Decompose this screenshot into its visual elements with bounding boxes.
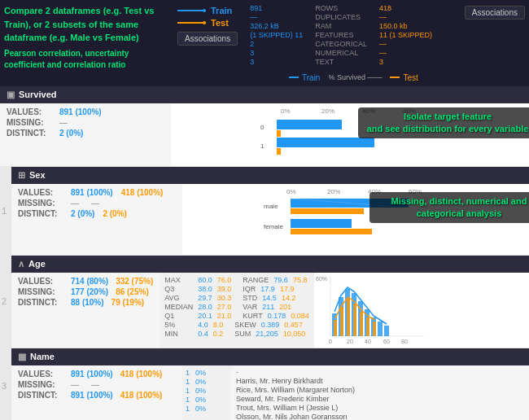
name-icon: ▦ (18, 352, 26, 362)
svg-text:0: 0 (329, 339, 332, 344)
stat-labels-group: ROWS DUPLICATES RAM FEATURES CATEGORICAL… (315, 4, 367, 66)
svg-text:60: 60 (383, 339, 390, 344)
test-legend: Test (177, 18, 229, 28)
svg-rect-16 (291, 208, 364, 214)
svg-text:20: 20 (347, 339, 353, 344)
test-label: Test (211, 18, 229, 28)
associations-button[interactable]: Associations (177, 32, 238, 46)
age-title: Age (28, 259, 46, 269)
survived-stats: VALUES: 891 (100%) MISSING: — DISTINCT: … (0, 103, 171, 166)
svg-rect-44 (373, 322, 376, 336)
legend-bar: Train % Survived —— Test (4, 73, 525, 82)
test-legend-bar: Test (390, 73, 418, 82)
survived-values-row: VALUES: 891 (100%) (7, 107, 164, 116)
top-row1: Compare 2 dataframes (e.g. Test vs Train… (4, 4, 525, 71)
name-title: Name (30, 352, 55, 361)
svg-text:60%: 60% (403, 107, 416, 115)
survived-chart: 0% 20% 40% 60% 0 1 (171, 103, 529, 166)
name-item-1: - (236, 368, 524, 376)
train-legend: Train (177, 6, 232, 15)
sex-header: ⊞ Sex (11, 167, 529, 184)
svg-rect-40 (347, 299, 350, 336)
rows-stat: 891 (250, 4, 303, 12)
name-number: 3 (2, 381, 7, 391)
survived-missing-row: MISSING: — (7, 118, 164, 127)
age-chart-svg: 60% 0 20 40 60 80 (314, 273, 428, 346)
svg-text:female: female (264, 223, 284, 230)
sex-icon: ⊞ (18, 170, 25, 181)
legend-area: Train Test Associations (177, 6, 238, 46)
sex-section: 1 ⊞ Sex VALUES: 891 (100%) 418 (100%) MI… (0, 167, 529, 255)
svg-rect-41 (353, 304, 356, 336)
name-body: VALUES: 891 (100%) 418 (100%) MISSING: —… (11, 365, 529, 421)
svg-text:0%: 0% (286, 188, 296, 195)
name-top-values: 1 0% 1 0% 1 0% 1 0% (182, 365, 231, 421)
test-legend-label: Test (403, 73, 418, 82)
compare-text: Compare 2 dataframes (e.g. Test vs Train… (4, 4, 167, 45)
name-section: 3 ▦ Name VALUES: 891 (100%) 418 (100%) M… (0, 348, 529, 421)
svg-rect-42 (360, 312, 363, 336)
test-line-icon (390, 77, 400, 78)
svg-text:0%: 0% (281, 107, 291, 115)
sex-title: Sex (29, 170, 46, 180)
survived-distinct-row: DISTINCT: 2 (0%) (7, 129, 164, 138)
sex-chart-svg: 0% 20% 40% 60% male female (182, 184, 529, 253)
pearson-text: Pearson correlation, uncertainty coeffic… (4, 48, 167, 71)
svg-rect-5 (277, 120, 342, 129)
name-value-3: Seward, Mr. Frederic Kimber (236, 395, 524, 403)
name-list: - Harris, Mr. Henry Birkhardt Rice, Mrs.… (231, 365, 529, 421)
svg-rect-38 (334, 320, 337, 336)
train-legend-label: Train (302, 73, 320, 82)
svg-text:0: 0 (260, 124, 264, 131)
age-header: ∧ Age (11, 256, 529, 273)
svg-rect-19 (291, 229, 372, 234)
survived-title: Survived (19, 90, 56, 99)
top-panel: Compare 2 dataframes (e.g. Test vs Train… (0, 0, 529, 86)
train-stats-group: 891 — 326.2 kB (1 SKIPPED) 11 2 3 3 (250, 4, 303, 66)
svg-text:40%: 40% (362, 107, 375, 115)
name-value-5: Olsson, Mr. Nils Johan Goransson (236, 413, 524, 421)
name-stats: VALUES: 891 (100%) 418 (100%) MISSING: —… (11, 365, 182, 421)
svg-text:20%: 20% (327, 188, 340, 195)
svg-text:60%: 60% (316, 276, 327, 282)
svg-text:male: male (264, 203, 278, 210)
survived-legend: % Survived —— (328, 73, 382, 81)
survived-header: ▣ Survived (0, 86, 529, 103)
test-stats-group: 418 — 150.0 kb 11 (1 SKIPPED) — — 3 (379, 4, 432, 66)
train-label: Train (211, 6, 232, 15)
sex-values-row: VALUES: 891 (100%) 418 (100%) (18, 188, 176, 197)
top-right-stats: 891 — 326.2 kB (1 SKIPPED) 11 2 3 3 ROWS… (250, 4, 432, 66)
svg-rect-37 (384, 326, 389, 336)
age-number: 2 (2, 296, 7, 306)
survived-icon: ▣ (7, 90, 15, 100)
age-section: 2 ∧ Age VALUES: 714 (80%) 332 (75%) MISS… (0, 256, 529, 348)
data-sections: ▣ Survived VALUES: 891 (100%) MISSING: —… (0, 86, 529, 421)
name-value-1: Harris, Mr. Henry Birkhardt (236, 377, 524, 385)
svg-text:20%: 20% (321, 107, 334, 115)
header-left: Compare 2 dataframes (e.g. Test vs Train… (4, 4, 167, 71)
name-value-4: Trout, Mrs. William H (Jessie L) (236, 404, 524, 412)
name-rank-header: 1 0% (186, 369, 228, 377)
train-legend-bar: Train (289, 73, 320, 82)
svg-rect-39 (340, 307, 343, 336)
train-line-icon (289, 77, 299, 78)
sex-stats: VALUES: 891 (100%) 418 (100%) MISSING: —… (11, 184, 182, 255)
sex-distinct-row: DISTINCT: 2 (0%) 2 (0%) (18, 209, 176, 218)
sex-missing-row: MISSING: — — (18, 199, 176, 208)
age-extra-stats: MAX 80.0 76.0 RANGE 79.6 75.8 Q3 38.0 39… (160, 273, 313, 348)
age-chart: 60% 0 20 40 60 80 (314, 273, 529, 348)
age-stats: VALUES: 714 (80%) 332 (75%) MISSING: 177… (11, 273, 160, 348)
main-container: Compare 2 dataframes (e.g. Test vs Train… (0, 0, 529, 420)
svg-rect-9 (277, 148, 281, 155)
svg-rect-18 (291, 219, 352, 228)
sex-number: 1 (2, 206, 7, 216)
age-icon: ∧ (18, 259, 24, 269)
age-body: VALUES: 714 (80%) 332 (75%) MISSING: 177… (11, 273, 529, 348)
survived-section: ▣ Survived VALUES: 891 (100%) MISSING: —… (0, 86, 529, 166)
associations-button-2[interactable]: Associations (465, 6, 525, 20)
svg-text:40%: 40% (368, 188, 381, 195)
survived-body: VALUES: 891 (100%) MISSING: — DISTINCT: … (0, 103, 529, 166)
name-header: ▦ Name (11, 348, 529, 365)
svg-text:1: 1 (260, 142, 264, 150)
survived-chart-svg: 0% 20% 40% 60% 0 1 (171, 103, 529, 164)
